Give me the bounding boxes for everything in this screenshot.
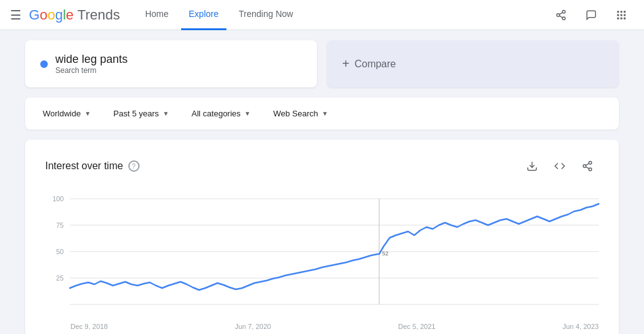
svg-point-1 — [557, 13, 560, 16]
svg-text:100: 100 — [52, 195, 64, 203]
x-label-4: Jun 4, 2023 — [562, 323, 599, 330]
filter-category[interactable]: All categories ▼ — [184, 105, 258, 122]
chevron-down-icon: ▼ — [245, 110, 251, 117]
x-label-2: Jun 7, 2020 — [235, 323, 271, 330]
embed-button[interactable] — [548, 155, 571, 177]
filter-search-type-label: Web Search — [273, 109, 318, 118]
share-button[interactable] — [548, 3, 574, 28]
x-label-3: Dec 5, 2021 — [398, 323, 435, 330]
nav-trending-now[interactable]: Trending Now — [231, 0, 301, 30]
x-axis-labels: Dec 9, 2018 Jun 7, 2020 Dec 5, 2021 Jun … — [45, 323, 599, 330]
chart-title: Interest over time — [45, 160, 123, 172]
compare-plus-icon: + — [342, 57, 350, 71]
svg-line-4 — [559, 12, 562, 14]
logo-e: e — [66, 7, 74, 23]
svg-text:75: 75 — [56, 221, 64, 229]
chart-container: 100 75 50 25 52 Dec 9, 2018 Jun 7, 2020 … — [45, 192, 599, 330]
svg-rect-5 — [617, 11, 619, 13]
chevron-down-icon: ▼ — [163, 110, 169, 117]
message-button[interactable] — [579, 3, 604, 28]
help-icon[interactable]: ? — [128, 160, 140, 172]
svg-point-2 — [562, 17, 565, 20]
filters-row: Worldwide ▼ Past 5 years ▼ All categorie… — [25, 97, 619, 130]
filter-category-label: All categories — [192, 109, 241, 118]
chevron-down-icon: ▼ — [84, 110, 91, 117]
chevron-down-icon: ▼ — [322, 110, 328, 117]
share-chart-button[interactable] — [576, 155, 599, 177]
svg-rect-13 — [624, 17, 626, 19]
svg-point-17 — [589, 168, 592, 171]
search-dot-indicator — [40, 60, 48, 68]
svg-line-18 — [586, 167, 589, 169]
svg-rect-8 — [617, 14, 619, 16]
compare-card[interactable]: + Compare — [327, 40, 619, 87]
logo-o1: o — [40, 7, 47, 23]
svg-rect-7 — [624, 11, 626, 13]
filter-search-type[interactable]: Web Search ▼ — [265, 105, 335, 122]
svg-point-0 — [562, 10, 565, 13]
chart-card: Interest over time ? — [25, 140, 619, 334]
main-nav: Home Explore Trending Now — [138, 0, 541, 30]
filter-region-label: Worldwide — [43, 109, 80, 118]
svg-line-3 — [559, 16, 562, 18]
svg-rect-6 — [621, 11, 623, 13]
logo-g2: g — [55, 7, 63, 23]
chart-actions — [521, 155, 599, 177]
svg-rect-11 — [617, 17, 619, 19]
chart-title-row: Interest over time ? — [45, 160, 140, 172]
search-term-info: wide leg pants Search term — [55, 53, 128, 75]
svg-point-16 — [583, 165, 586, 168]
logo-o2: o — [47, 7, 55, 23]
logo[interactable]: Google Trends — [29, 7, 120, 23]
app-header: ☰ Google Trends Home Explore Trending No… — [0, 0, 644, 30]
logo-g: G — [29, 7, 40, 23]
svg-rect-9 — [621, 14, 623, 16]
download-button[interactable] — [521, 155, 543, 177]
trend-chart: 100 75 50 25 52 — [45, 192, 599, 318]
svg-line-19 — [586, 164, 589, 165]
compare-label: Compare — [355, 58, 396, 70]
chart-header: Interest over time ? — [45, 155, 599, 177]
search-term-type: Search term — [55, 66, 128, 75]
search-compare-row: wide leg pants Search term + Compare — [25, 40, 619, 87]
nav-explore[interactable]: Explore — [181, 0, 226, 30]
search-term-name: wide leg pants — [55, 53, 128, 66]
header-actions — [548, 3, 634, 28]
apps-button[interactable] — [609, 3, 634, 28]
nav-home[interactable]: Home — [138, 0, 176, 30]
search-term-card: wide leg pants Search term — [25, 40, 317, 87]
menu-icon[interactable]: ☰ — [10, 8, 21, 23]
logo-trends: Trends — [77, 7, 120, 23]
svg-text:50: 50 — [56, 248, 64, 255]
filter-time-label: Past 5 years — [113, 109, 158, 118]
main-content: wide leg pants Search term + Compare Wor… — [0, 30, 644, 334]
svg-rect-10 — [624, 14, 626, 16]
x-label-1: Dec 9, 2018 — [70, 323, 108, 330]
filter-region[interactable]: Worldwide ▼ — [35, 105, 98, 122]
svg-text:25: 25 — [56, 274, 64, 282]
filter-time[interactable]: Past 5 years ▼ — [106, 105, 176, 122]
svg-point-15 — [589, 162, 592, 165]
svg-rect-12 — [621, 17, 623, 19]
svg-text:52: 52 — [382, 250, 389, 257]
